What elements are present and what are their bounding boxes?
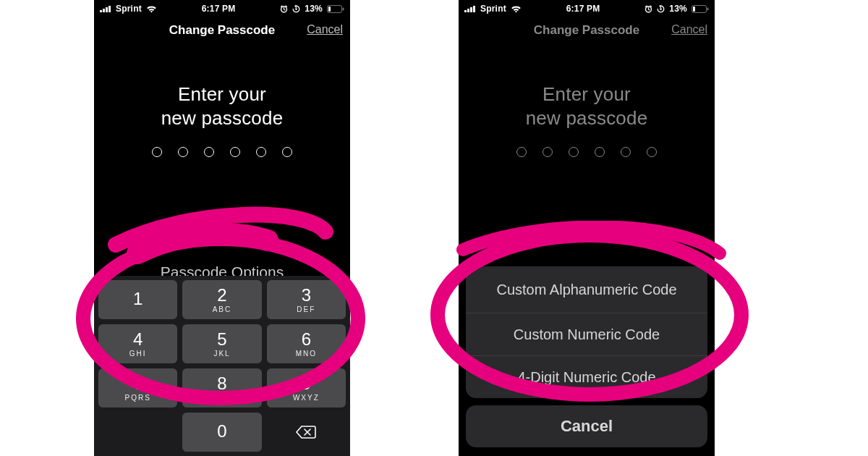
keypad-key-3[interactable]: 3DEF bbox=[267, 280, 346, 319]
action-sheet: Custom Alphanumeric Code Custom Numeric … bbox=[466, 266, 707, 447]
passcode-dot bbox=[282, 147, 292, 157]
keypad-key-num: 6 bbox=[302, 331, 311, 348]
navbar: Change Passcode Cancel bbox=[94, 16, 350, 45]
keypad-key-num: 7 bbox=[133, 375, 142, 392]
passcode-dot bbox=[542, 147, 553, 157]
battery-pct: 13% bbox=[669, 4, 687, 14]
phone-left-change-passcode: Sprint 6:17 PM 13% Change Passco bbox=[94, 0, 350, 456]
svg-rect-3 bbox=[109, 6, 111, 12]
keypad-key-blank bbox=[98, 413, 177, 452]
wifi-icon bbox=[146, 5, 157, 13]
keypad-key-num: 9 bbox=[302, 375, 311, 392]
passcode-dot bbox=[204, 147, 214, 157]
keypad-key-9[interactable]: 9WXYZ bbox=[267, 368, 346, 408]
svg-rect-1 bbox=[103, 9, 105, 12]
prompt-line-2: new passcode bbox=[94, 106, 350, 130]
passcode-dot bbox=[152, 147, 162, 157]
svg-rect-2 bbox=[106, 7, 108, 12]
keypad-key-letters: PQRS bbox=[124, 394, 150, 402]
orientation-lock-icon bbox=[292, 5, 300, 13]
nav-cancel-button[interactable]: Cancel bbox=[307, 23, 343, 36]
numeric-keypad: 1 2ABC 3DEF 4GHI 5JKL 6MNO 7PQRS 8TUV 9W… bbox=[94, 276, 350, 456]
keypad-key-letters: ABC bbox=[213, 305, 232, 313]
svg-rect-9 bbox=[464, 10, 467, 12]
keypad-key-letters: GHI bbox=[129, 350, 147, 358]
enter-passcode-prompt: Enter your new passcode bbox=[459, 83, 715, 130]
sheet-item-custom-numeric[interactable]: Custom Numeric Code bbox=[466, 313, 707, 355]
nav-cancel-button[interactable]: Cancel bbox=[671, 23, 707, 36]
keypad-key-1[interactable]: 1 bbox=[98, 280, 177, 319]
enter-passcode-prompt: Enter your new passcode bbox=[94, 83, 350, 130]
status-time: 6:17 PM bbox=[202, 4, 236, 14]
prompt-line-2: new passcode bbox=[459, 106, 715, 130]
passcode-dot bbox=[256, 147, 266, 157]
keypad-key-num: 3 bbox=[302, 287, 311, 304]
keypad-key-num: 0 bbox=[217, 423, 226, 440]
passcode-dot bbox=[621, 147, 631, 157]
svg-rect-8 bbox=[342, 7, 344, 10]
keypad-key-5[interactable]: 5JKL bbox=[182, 324, 261, 363]
alarm-icon bbox=[280, 5, 288, 13]
svg-rect-14 bbox=[660, 8, 662, 9]
status-time: 6:17 PM bbox=[566, 4, 600, 14]
keypad-key-0[interactable]: 0 bbox=[182, 413, 261, 452]
passcode-dot bbox=[595, 147, 605, 157]
prompt-line-1: Enter your bbox=[459, 83, 715, 106]
keypad-key-num: 5 bbox=[217, 331, 226, 348]
keypad-key-6[interactable]: 6MNO bbox=[267, 324, 346, 363]
passcode-dot bbox=[516, 147, 527, 157]
sheet-cancel-button[interactable]: Cancel bbox=[466, 405, 707, 447]
prompt-line-1: Enter your bbox=[94, 83, 350, 106]
svg-rect-5 bbox=[296, 8, 297, 9]
keypad-key-num: 8 bbox=[217, 375, 226, 392]
nav-title: Change Passcode bbox=[169, 23, 275, 38]
keypad-key-letters: MNO bbox=[296, 350, 317, 358]
passcode-dot bbox=[230, 147, 240, 157]
svg-rect-16 bbox=[693, 7, 695, 12]
svg-rect-7 bbox=[328, 7, 331, 12]
svg-rect-11 bbox=[470, 7, 472, 12]
battery-pct: 13% bbox=[305, 4, 323, 14]
keypad-key-num: 2 bbox=[217, 287, 226, 304]
status-bar: Sprint 6:17 PM 13% bbox=[459, 0, 715, 16]
orientation-lock-icon bbox=[657, 5, 665, 13]
passcode-dots bbox=[459, 147, 715, 157]
svg-rect-10 bbox=[467, 9, 469, 12]
status-bar: Sprint 6:17 PM 13% bbox=[94, 0, 350, 16]
alarm-icon bbox=[644, 5, 652, 13]
passcode-dot bbox=[569, 147, 579, 157]
keypad-key-7[interactable]: 7PQRS bbox=[98, 368, 177, 408]
svg-rect-17 bbox=[707, 7, 708, 10]
passcode-dots bbox=[94, 147, 350, 157]
backspace-icon bbox=[295, 425, 317, 439]
keypad-key-letters: JKL bbox=[213, 350, 230, 358]
keypad-key-8[interactable]: 8TUV bbox=[182, 368, 261, 408]
sheet-item-4digit[interactable]: 4-Digit Numeric Code bbox=[466, 355, 707, 398]
wifi-icon bbox=[511, 5, 522, 13]
keypad-key-letters: TUV bbox=[213, 394, 231, 402]
navbar: Change Passcode Cancel bbox=[459, 16, 715, 45]
carrier-label: Sprint bbox=[116, 4, 142, 14]
keypad-key-2[interactable]: 2ABC bbox=[182, 280, 261, 319]
battery-icon bbox=[692, 5, 709, 13]
passcode-dot bbox=[178, 147, 188, 157]
keypad-key-letters: WXYZ bbox=[293, 394, 320, 402]
carrier-label: Sprint bbox=[480, 4, 506, 14]
battery-icon bbox=[327, 5, 344, 13]
svg-rect-0 bbox=[100, 10, 102, 12]
signal-icon bbox=[100, 5, 111, 12]
nav-title: Change Passcode bbox=[534, 23, 639, 38]
passcode-dot bbox=[647, 147, 657, 157]
sheet-item-alphanumeric[interactable]: Custom Alphanumeric Code bbox=[466, 266, 707, 313]
keypad-key-num: 1 bbox=[133, 290, 142, 308]
action-sheet-list: Custom Alphanumeric Code Custom Numeric … bbox=[466, 266, 707, 398]
svg-rect-12 bbox=[473, 6, 475, 12]
phone-right-passcode-options-sheet: Sprint 6:17 PM 13% Change Passco bbox=[459, 0, 715, 456]
signal-icon bbox=[464, 5, 476, 12]
keypad-key-letters: DEF bbox=[297, 305, 315, 313]
keypad-backspace-button[interactable] bbox=[267, 413, 346, 452]
keypad-key-num: 4 bbox=[133, 331, 142, 348]
keypad-key-4[interactable]: 4GHI bbox=[98, 324, 177, 363]
